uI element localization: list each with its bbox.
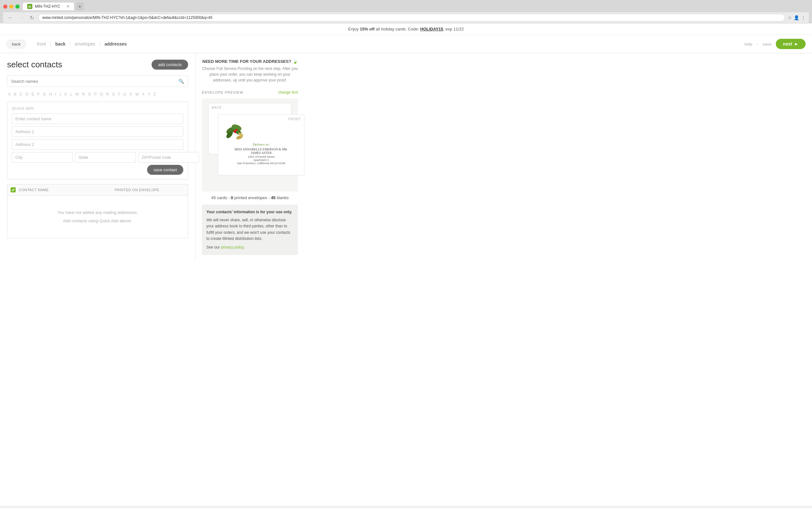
tab-favicon: m [27,4,32,9]
alpha-T[interactable]: T [117,91,121,97]
right-panel: NEED MORE TIME FOR YOUR ADDRESSES? 🍃 Cho… [195,53,304,261]
save-contact-button[interactable]: save contact [147,165,183,175]
env-back-label: BACK [208,103,291,112]
privacy-policy-link[interactable]: privacy policy [221,245,244,250]
alpha-C[interactable]: C [18,91,23,97]
envelope-front: FRONT [218,115,304,175]
quick-add-title: QUICK ADD [12,107,183,110]
printed-count: 0 [231,195,233,200]
envelope-address: Delivers to: MISS ANNABELLE EMERSON & MR… [229,142,293,165]
left-panel: select contacts add contacts 🔍 A B C D E… [0,53,195,261]
alpha-X[interactable]: X [141,91,145,97]
reload-button[interactable]: ↻ [28,14,36,22]
page-title: select contacts [7,60,62,70]
env-city-state: San Francisco, California 94110-0236 [229,162,293,165]
alpha-F[interactable]: F [36,91,40,97]
alpha-D[interactable]: D [25,91,30,97]
menu-icon[interactable]: ⋮ [801,15,806,20]
alpha-A[interactable]: A [7,91,11,97]
alpha-E[interactable]: E [31,91,35,97]
address1-input[interactable] [12,126,183,137]
help-link[interactable]: help [745,42,752,46]
alpha-J[interactable]: J [58,91,62,97]
alpha-B[interactable]: B [13,91,17,97]
alpha-G[interactable]: G [42,91,47,97]
search-box: 🔍 [7,75,188,87]
tab-close-button[interactable]: ✕ [66,4,69,9]
back-nav-button[interactable]: ← [6,14,15,21]
col-envelope-header: PRINTED ON ENVELOPE [115,188,185,192]
holly-decoration [224,121,246,143]
envelope-preview-label: ENVELOPE PREVIEW [202,90,243,94]
search-input[interactable] [11,79,179,84]
nav-tabs: back front back envelopes addresses help… [0,35,812,53]
promo-code: HOLIDAY15 [420,27,443,32]
need-more-text: Choose Full Service Proofing on the next… [202,66,298,83]
address-bar[interactable] [38,14,785,22]
alpha-O[interactable]: O [87,91,92,97]
alpha-R[interactable]: R [105,91,110,97]
promo-text-mid: all holiday cards. Code: [375,27,420,32]
promo-text-prefix: Enjoy [348,27,360,32]
alpha-Q[interactable]: Q [99,91,104,97]
state-input[interactable] [75,152,136,163]
alpha-V[interactable]: V [129,91,133,97]
change-font-button[interactable]: change font [278,90,298,95]
tab-envelopes[interactable]: envelopes [70,41,100,46]
need-more-time-box: NEED MORE TIME FOR YOUR ADDRESSES? 🍃 Cho… [202,59,298,83]
contact-name-input[interactable] [12,114,183,124]
alpha-L[interactable]: L [69,91,74,97]
close-button[interactable] [3,4,7,9]
col-name-header: CONTACT NAME [19,188,89,192]
address2-input[interactable] [12,139,183,150]
alpha-P[interactable]: P [93,91,98,97]
alpha-M[interactable]: M [75,91,80,97]
alpha-U[interactable]: U [123,91,127,97]
empty-line1: You have not added any mailing addresses… [14,208,181,217]
svg-point-8 [234,131,236,133]
select-all-checkbox[interactable] [11,187,16,193]
empty-line2: Add contacts using Quick Add above. [14,217,181,225]
alpha-K[interactable]: K [63,91,68,97]
alpha-Y[interactable]: Y [147,91,151,97]
alpha-S[interactable]: S [111,91,116,97]
minimize-button[interactable] [9,4,13,9]
browser-tab[interactable]: m MIN-THZ-HYC ✕ [23,3,74,10]
delivers-to: Delivers to: [229,142,293,146]
alpha-N[interactable]: N [81,91,86,97]
search-icon: 🔍 [179,79,184,84]
promo-discount: 15% off [360,27,375,32]
add-contacts-button[interactable]: add contacts [152,60,188,70]
env-apt: Apartment 2 [229,159,293,162]
bookmark-icon[interactable]: ☆ [787,15,792,20]
contact-list-empty: You have not added any mailing addresses… [7,195,188,238]
zip-input[interactable] [138,152,199,163]
alpha-W[interactable]: W [134,91,140,97]
privacy-body: We will never share, sell, or otherwise … [206,217,293,242]
alpha-nav: A B C D E F G H I J K L M N O P Q R S T [7,91,188,97]
privacy-title: Your contacts' information is for your u… [206,209,293,215]
env-street: 2452 O'Farrell Street [229,155,293,159]
fullscreen-button[interactable] [15,4,19,9]
envelope-preview-area: BACK minted FRONT [202,98,298,192]
tab-addresses[interactable]: addresses [100,41,131,46]
back-button[interactable]: back [6,40,26,48]
alpha-I[interactable]: I [54,91,57,97]
tab-front[interactable]: front [32,41,51,46]
tab-back[interactable]: back [51,41,70,46]
alpha-H[interactable]: H [48,91,53,97]
leaf-icon: 🍃 [293,59,298,64]
forward-nav-button[interactable]: → [17,14,26,21]
promo-expiry: , exp 11/22 [443,27,464,32]
new-tab-button[interactable]: + [76,3,84,10]
nav-dash: - [757,42,758,46]
alpha-Z[interactable]: Z [152,91,157,97]
need-more-title: NEED MORE TIME FOR YOUR ADDRESSES? 🍃 [202,59,298,64]
save-link[interactable]: save [763,42,771,46]
svg-point-7 [235,129,237,131]
next-button[interactable]: next ► [776,39,806,49]
env-recipient-name: MISS ANNABELLE EMERSON & MR. JAMES ASTER [229,147,293,155]
city-input[interactable] [12,152,73,163]
privacy-box: Your contacts' information is for your u… [202,205,298,255]
profile-icon[interactable]: 👤 [794,15,799,20]
